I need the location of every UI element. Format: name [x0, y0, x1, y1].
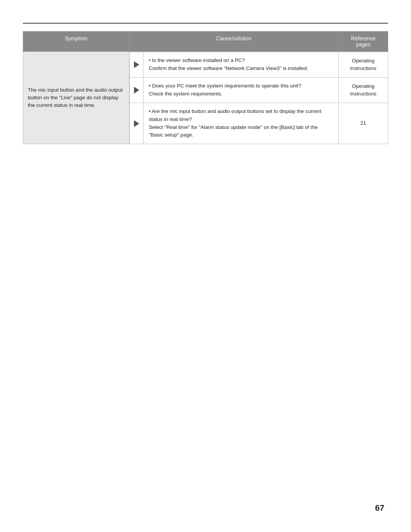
arrow-cell-2	[129, 78, 143, 103]
arrow-icon-1	[134, 61, 139, 68]
ref-cell-1: OperatingInstructions	[339, 52, 388, 77]
page-number-text: 67	[375, 503, 384, 513]
arrow-icon-3	[134, 120, 139, 127]
cause-text-content-1: • Is the viewer software installed on a …	[149, 57, 308, 71]
cause-text-3: • Are the mic input button and audio out…	[143, 103, 339, 144]
table-row: • Is the viewer software installed on a …	[129, 52, 388, 78]
rows-column: • Is the viewer software installed on a …	[129, 52, 388, 144]
arrow-icon-2	[134, 87, 139, 94]
symptom-text: The mic input button and the audio outpu…	[28, 86, 124, 110]
table-body: The mic input button and the audio outpu…	[23, 52, 388, 144]
header-symptom: Symptom	[23, 31, 129, 52]
cause-text-content-3: • Are the mic input button and audio out…	[149, 108, 322, 138]
top-rule	[23, 23, 388, 24]
ref-value-3: 21	[360, 119, 366, 127]
table-row: • Are the mic input button and audio out…	[129, 103, 388, 145]
ref-cell-2: OperatingInstructions	[339, 78, 388, 103]
symptom-label: Symptom	[65, 35, 87, 41]
table-row: • Does your PC meet the system requireme…	[129, 78, 388, 103]
page-container: Symptom Cause/solution Referencepages Th…	[0, 0, 411, 167]
page-number: 67	[375, 503, 384, 513]
cause-label: Cause/solution	[216, 35, 252, 41]
symptom-cell: The mic input button and the audio outpu…	[23, 52, 129, 144]
table-header: Symptom Cause/solution Referencepages	[23, 31, 388, 52]
ref-value-1: OperatingInstructions	[350, 57, 376, 73]
ref-value-2: OperatingInstructions	[350, 83, 376, 98]
arrow-cell-1	[129, 52, 143, 77]
ref-cell-3: 21	[339, 103, 388, 144]
header-cause: Cause/solution	[129, 31, 339, 52]
ref-label: Referencepages	[351, 35, 376, 48]
arrow-cell-3	[129, 103, 143, 144]
header-ref: Referencepages	[339, 31, 388, 52]
cause-text-2: • Does your PC meet the system requireme…	[143, 78, 339, 103]
cause-text-1: • Is the viewer software installed on a …	[143, 52, 339, 77]
cause-text-content-2: • Does your PC meet the system requireme…	[149, 83, 301, 97]
